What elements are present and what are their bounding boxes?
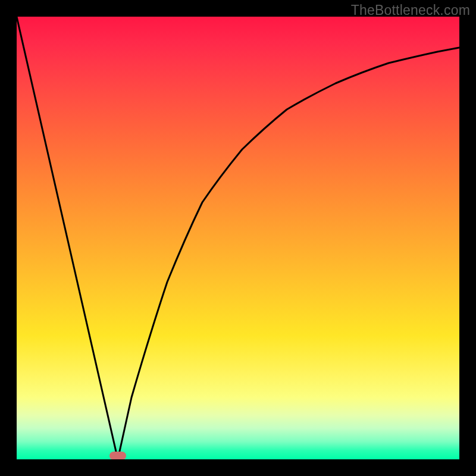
chart-frame: TheBottleneck.com — [0, 0, 476, 476]
watermark-text: TheBottleneck.com — [351, 2, 470, 18]
curve-right — [118, 48, 459, 459]
bottleneck-curve — [17, 17, 459, 459]
plot-area — [17, 17, 459, 459]
minimum-marker — [109, 452, 126, 459]
curve-left — [17, 17, 118, 459]
